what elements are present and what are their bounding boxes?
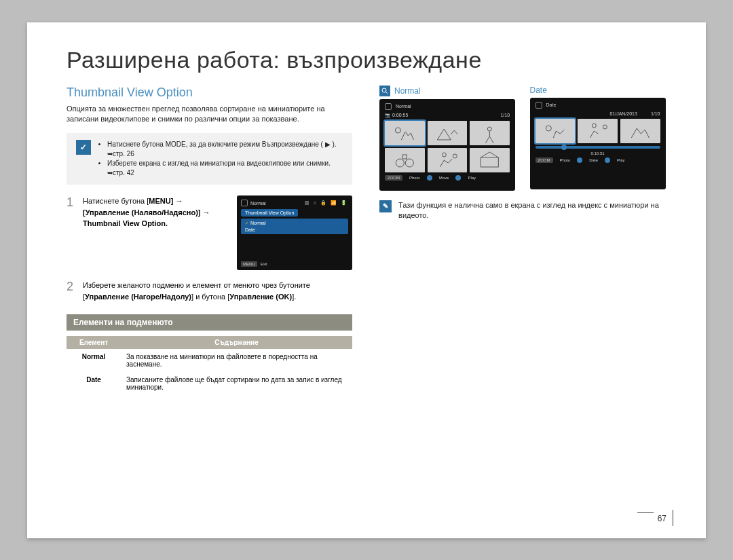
t: Натиснете бутона [	[83, 197, 149, 205]
cell-element: Normal	[67, 349, 121, 372]
t: Управление (OK)	[229, 293, 292, 301]
table-row: Normal За показване на миниатюри на файл…	[67, 349, 352, 372]
svg-point-10	[546, 126, 551, 131]
pencil-icon: ✎	[379, 200, 392, 212]
clock: 0:00:55	[392, 113, 408, 117]
two-column-layout: Thumbnail View Option Опцията за множест…	[67, 86, 666, 396]
lcd-normal: Normal 📷 0:00:55 1/10	[379, 99, 515, 191]
page-title: Разширена работа: възпроизвеждане	[67, 47, 666, 73]
svg-point-5	[405, 159, 413, 167]
lcd-option-selected: Normal	[244, 220, 345, 227]
lcd-top: Normal ▥ ⌂ 🔒 📶 🔋	[241, 200, 348, 206]
note-item: Изберете екрана с изглед на миниатюри на…	[107, 159, 343, 178]
lcd-time: 0:10:31	[535, 151, 660, 155]
preview-label: Date	[530, 86, 547, 95]
step-2: 2 Изберете желаното подменю и елемент от…	[67, 280, 352, 302]
magnify-icon	[379, 86, 390, 96]
foot: Move	[439, 176, 449, 180]
thumbnail	[385, 121, 425, 145]
intro-text: Опцията за множествен преглед позволява …	[67, 104, 352, 126]
thumbnail	[428, 121, 468, 145]
zoom-badge: ZOOM	[385, 175, 402, 181]
exit-label: Exit	[259, 261, 269, 267]
svg-point-12	[603, 125, 607, 129]
thumbnail-grid	[535, 119, 660, 143]
lcd-info-bar: 📷 0:00:55 1/10	[385, 113, 510, 118]
lcd-info-bar: 01/JAN/2013 1/10	[535, 111, 660, 116]
counter: 1/10	[651, 111, 660, 116]
preview-normal: Normal Normal 📷 0:00:55 1/10	[379, 86, 516, 191]
col-element: Елемент	[67, 336, 121, 349]
svg-point-4	[396, 159, 404, 167]
preview-head: Date	[530, 86, 666, 95]
step-text: Изберете желаното подменю и елемент от м…	[83, 280, 352, 302]
cell-desc: За показване на миниатюри на файловете в…	[121, 349, 352, 372]
svg-point-8	[453, 154, 457, 158]
svg-rect-9	[481, 157, 499, 167]
foot: Photo	[560, 158, 571, 162]
foot: Photo	[409, 176, 420, 180]
thumbnail	[620, 119, 660, 143]
cell-desc: Записаните файлове ще бъдат сортирани по…	[121, 372, 352, 395]
lcd-header-text: Date	[546, 102, 557, 107]
foot: Play	[468, 176, 476, 180]
col-content: Съдържание	[121, 336, 352, 349]
step-1: 1 Натиснете бутона [MENU] → [Управление …	[67, 195, 352, 270]
page-number-rule	[673, 510, 673, 526]
zoom-badge: ZOOM	[535, 157, 553, 163]
right-note: ✎ Тази функция е налична само в екрана с…	[379, 200, 666, 221]
note-box: ✓ Натиснете бутона MODE, за да включите …	[67, 133, 352, 185]
left-column: Thumbnail View Option Опцията за множест…	[67, 86, 352, 396]
step-number: 1	[67, 195, 76, 270]
camera-icon	[385, 103, 392, 110]
svg-point-11	[593, 124, 597, 128]
lcd-menu-preview: Normal ▥ ⌂ 🔒 📶 🔋 Thumbnail View Option N…	[237, 195, 352, 270]
page-number: 67	[658, 514, 666, 523]
t: ] и бутона [	[191, 293, 229, 301]
dot-icon	[605, 157, 610, 163]
svg-rect-6	[402, 155, 407, 159]
check-icon: ✓	[76, 140, 91, 155]
lcd-options: Normal Date	[241, 219, 348, 234]
dot-icon	[427, 175, 432, 181]
svg-point-3	[488, 127, 492, 131]
preview-row: Normal Normal 📷 0:00:55 1/10	[379, 86, 666, 191]
t: ].	[292, 293, 296, 301]
lcd-footer: ZOOMPhoto Date Play	[535, 157, 660, 163]
note-item: Натиснете бутона MODE, за да включите ре…	[107, 140, 343, 159]
foot: Date	[589, 158, 598, 162]
t: Управление (Нагоре/Надолу)	[85, 293, 191, 301]
section-heading: Thumbnail View Option	[67, 86, 352, 100]
counter: 1/10	[500, 113, 510, 118]
thumbnail	[470, 121, 510, 145]
lcd-option: Date	[244, 227, 345, 233]
note-list: Натиснете бутона MODE, за да включите ре…	[98, 140, 343, 178]
foot: Play	[617, 158, 625, 162]
thumbnail-grid	[385, 121, 510, 172]
dot-icon	[577, 157, 582, 163]
table-header-row: Елемент Съдържание	[67, 336, 352, 349]
preview-date: Date Date 01/JAN/2013 1/10	[530, 86, 666, 191]
menu-badge: MENU	[241, 261, 257, 267]
manual-page: Разширена работа: възпроизвеждане Thumbn…	[27, 22, 706, 538]
dot-icon	[455, 175, 461, 181]
preview-label: Normal	[394, 86, 421, 96]
t: MENU	[149, 197, 170, 205]
camera-icon	[535, 102, 542, 109]
svg-line-1	[386, 92, 388, 94]
lcd-top-icons: ▥ ⌂ 🔒 📶 🔋	[305, 200, 348, 206]
submenu-table: Елемент Съдържание Normal За показване н…	[67, 336, 352, 395]
step-number: 2	[67, 280, 76, 302]
cell-element: Date	[67, 372, 121, 395]
lcd-header-text: Normal	[396, 104, 411, 109]
lcd-header: Date	[535, 102, 660, 109]
thumbnail	[578, 119, 618, 143]
thumbnail	[535, 119, 576, 143]
lcd-date: Date 01/JAN/2013 1/10 0:10:31	[530, 98, 666, 189]
submenu-heading: Елементи на подменюто	[67, 314, 352, 331]
lcd-menu-tag: Thumbnail View Option	[241, 209, 298, 217]
step-text: Натиснете бутона [MENU] → [Управление (Н…	[83, 195, 230, 270]
svg-point-2	[395, 128, 400, 133]
lcd-date-value: 01/JAN/2013	[609, 111, 637, 116]
camera-icon	[241, 200, 248, 206]
